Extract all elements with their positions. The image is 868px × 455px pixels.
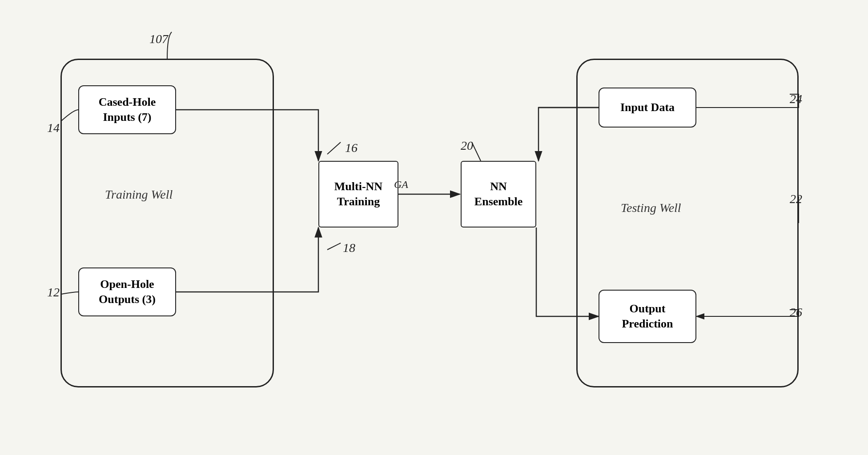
input-data-box: Input Data bbox=[599, 88, 696, 128]
open-hole-label: Open-HoleOutputs (3) bbox=[99, 277, 156, 307]
ref-14: 14 bbox=[47, 121, 60, 135]
ref-26: 26 bbox=[790, 305, 802, 319]
ref-20: 20 bbox=[461, 139, 473, 153]
ref-18: 18 bbox=[343, 241, 355, 255]
input-data-label: Input Data bbox=[620, 100, 675, 115]
ga-label: GA bbox=[394, 179, 408, 191]
training-well-label: Training Well bbox=[105, 188, 173, 202]
ref-107: 107 bbox=[149, 32, 168, 46]
output-prediction-label: OutputPrediction bbox=[622, 301, 673, 331]
nn-ensemble-label: NNEnsemble bbox=[474, 179, 522, 209]
output-prediction-box: OutputPrediction bbox=[599, 290, 696, 343]
ref-12: 12 bbox=[47, 285, 60, 299]
open-hole-outputs-box: Open-HoleOutputs (3) bbox=[78, 267, 176, 316]
nn-ensemble-box: NNEnsemble bbox=[461, 161, 536, 228]
multi-nn-label: Multi-NNTraining bbox=[334, 179, 382, 209]
multi-nn-training-box: Multi-NNTraining bbox=[318, 161, 398, 228]
cased-hole-inputs-box: Cased-HoleInputs (7) bbox=[78, 85, 176, 134]
testing-well-label: Testing Well bbox=[621, 201, 681, 215]
ref-24: 24 bbox=[790, 92, 802, 106]
ref-16: 16 bbox=[345, 141, 358, 155]
cased-hole-label: Cased-HoleInputs (7) bbox=[99, 95, 156, 125]
diagram-container: Cased-HoleInputs (7) Open-HoleOutputs (3… bbox=[34, 23, 834, 432]
ref-22: 22 bbox=[790, 192, 802, 206]
